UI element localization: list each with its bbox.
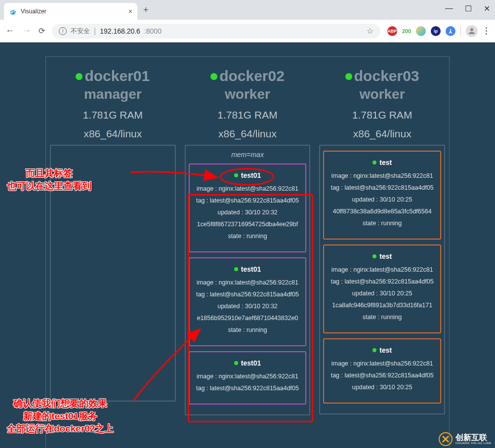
close-window-icon[interactable]: ✕ (484, 4, 490, 13)
service-info-line: updated : 30/10 20:25 (327, 384, 437, 391)
browser-tab[interactable]: Visualizer × (4, 3, 137, 20)
forward-button[interactable]: → (22, 26, 32, 36)
service-info-line: image : nginx:latest@sha256:922c81 (193, 185, 303, 192)
annotation-arrow-top (128, 170, 222, 185)
extension-200-badge[interactable]: 200 (402, 28, 411, 34)
service-info-line: state : running (327, 220, 437, 227)
service-info-line: updated : 30/10 20:25 (327, 196, 437, 203)
service-info-line: updated : 30/10 20:25 (327, 290, 437, 297)
node-header: docker03worker1.781G RAMx86_64/linux (315, 57, 449, 144)
toolbar-separator (460, 26, 461, 36)
service-name: test (327, 252, 437, 260)
node-name: docker01 (84, 68, 150, 84)
service-info-line: tag : latest@sha256:922c815aa4df05 (327, 372, 437, 379)
node-ram: 1.781G RAM (46, 109, 180, 121)
annotation-bottom-line3: 全部运行在docker02之上 (7, 422, 114, 435)
service-name: test (327, 346, 437, 354)
service-name: test (327, 159, 437, 166)
url-host: 192.168.20.6 (100, 27, 140, 35)
omnibox-divider: | (94, 27, 96, 36)
browser-titlebar: Visualizer × + — ☐ ✕ (0, 0, 495, 20)
svg-point-0 (470, 28, 473, 31)
node-status-dot-icon (76, 73, 82, 80)
service-info-line: image : nginx:latest@sha256:922c81 (327, 172, 437, 179)
profile-avatar-icon[interactable] (466, 25, 478, 37)
annotation-bottom-line1: 确认使我们想要的效果 (7, 397, 114, 410)
tab-close-icon[interactable]: × (128, 7, 132, 15)
node-column-docker03: docker03worker1.781G RAMx86_64/linuxtest… (315, 57, 449, 415)
back-button[interactable]: ← (5, 26, 15, 36)
node-arch: x86_64/linux (315, 128, 449, 140)
watermark: 创新互联 CHUANG XIN HU LIAN (439, 432, 491, 446)
node-header: docker01manager1.781G RAMx86_64/linux (46, 57, 180, 144)
browser-menu-icon[interactable] (483, 27, 490, 35)
node-ram: 1.781G RAM (181, 109, 315, 121)
window-controls: — ☐ ✕ (445, 4, 490, 13)
watermark-logo-icon (439, 432, 453, 446)
extension-avast-icon[interactable] (416, 26, 426, 36)
tab-title: Visualizer (21, 8, 128, 15)
node-status-dot-icon (345, 73, 352, 80)
service-info-line: 1ca8afc946c9f891a3b7d33d16fa171 (327, 302, 437, 309)
service-info-line: 40ff8738c38a6d9d8e85a3fc5df6564 (327, 208, 437, 215)
extensions-area: ABP 200 ip (387, 25, 490, 37)
service-card-test[interactable]: testimage : nginx:latest@sha256:922c81ta… (323, 244, 441, 333)
service-status-dot-icon (372, 161, 376, 164)
browser-toolbar: ← → ⟳ i 不安全 | 192.168.20.6:8000 ☆ ABP 20… (0, 20, 495, 42)
security-label: 不安全 (71, 27, 90, 36)
annotation-top: 而且其标签 也可以在这里查看到 (7, 167, 91, 192)
annotation-top-line2: 也可以在这里查看到 (7, 180, 91, 193)
node-role: worker (315, 86, 449, 102)
page-content: docker01manager1.781G RAMx86_64/linuxdoc… (0, 42, 495, 448)
watermark-cn: 创新互联 (455, 434, 491, 442)
service-status-dot-icon (372, 348, 376, 352)
annotation-top-line1: 而且其标签 (7, 167, 91, 180)
node-ram: 1.781G RAM (315, 109, 449, 121)
address-bar[interactable]: i 不安全 | 192.168.20.6:8000 ☆ (52, 24, 380, 39)
site-info-icon[interactable]: i (59, 27, 67, 35)
node-name: docker03 (354, 68, 419, 84)
node-role: manager (46, 86, 180, 102)
service-card-test[interactable]: testimage : nginx:latest@sha256:922c81ta… (323, 338, 441, 404)
watermark-en: CHUANG XIN HU LIAN (455, 442, 491, 445)
service-status-dot-icon (372, 254, 376, 258)
node-body: testimage : nginx:latest@sha256:922c81ta… (319, 145, 445, 414)
extension-translate-icon[interactable] (446, 26, 455, 36)
service-info-line: image : nginx:latest@sha256:922c81 (327, 360, 437, 367)
annotation-ellipse-memmax (220, 168, 274, 186)
node-label: mem=max (189, 151, 307, 159)
service-info-line: tag : latest@sha256:922c815aa4df05 (327, 278, 437, 285)
url-port: :8000 (144, 27, 162, 35)
node-role: worker (181, 86, 315, 102)
extension-abp-icon[interactable]: ABP (387, 26, 397, 36)
minimize-icon[interactable]: — (445, 4, 453, 13)
bookmark-star-icon[interactable]: ☆ (367, 26, 373, 36)
node-status-dot-icon (210, 73, 217, 80)
node-name: docker02 (219, 68, 285, 84)
extension-ip-icon[interactable]: ip (431, 26, 441, 36)
service-info-line: tag : latest@sha256:922c815aa4df05 (327, 184, 437, 191)
node-header: docker02worker1.781G RAMx86_64/linux (181, 57, 315, 144)
new-tab-button[interactable]: + (143, 5, 149, 15)
node-arch: x86_64/linux (46, 128, 180, 140)
service-info-line: image : nginx:latest@sha256:922c81 (327, 266, 437, 273)
annotation-bottom: 确认使我们想要的效果 新建的test01服务 全部运行在docker02之上 (7, 397, 114, 435)
favicon-docker-icon (9, 7, 17, 15)
node-arch: x86_64/linux (181, 128, 315, 140)
annotation-bottom-line2: 新建的test01服务 (7, 410, 114, 423)
annotation-arrow-bottom (128, 319, 207, 403)
maximize-icon[interactable]: ☐ (465, 4, 472, 13)
reload-button[interactable]: ⟳ (39, 26, 45, 36)
service-info-line: state : running (327, 314, 437, 321)
service-card-test[interactable]: testimage : nginx:latest@sha256:922c81ta… (323, 151, 441, 240)
